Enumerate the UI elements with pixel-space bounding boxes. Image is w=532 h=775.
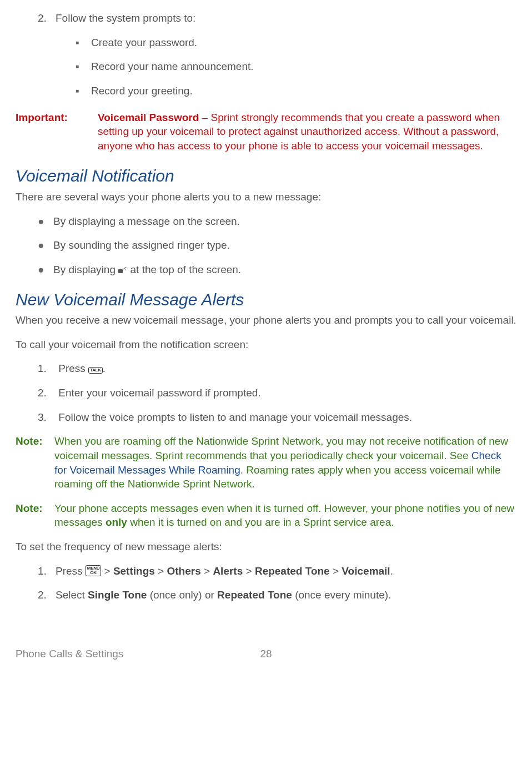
bullet-text: By sounding the assigned ringer type. — [53, 238, 230, 253]
opt-single-tone: Single Tone — [88, 589, 147, 601]
important-callout: Important: Voicemail Password – Sprint s… — [16, 110, 516, 153]
square-bullet-icon: ■ — [76, 84, 91, 98]
sub-item: ■ Create your password. — [76, 36, 516, 50]
section-heading-new-voicemail-alerts: New Voicemail Message Alerts — [16, 289, 516, 311]
gt: > — [330, 565, 342, 577]
path-others: Others — [167, 565, 200, 577]
bullet-item: ● By displaying at the top of the screen… — [38, 263, 516, 278]
gt: > — [201, 565, 213, 577]
list-body: Select Single Tone (once only) or Repeat… — [56, 588, 516, 602]
list-number: 3. — [38, 410, 56, 425]
step-text: Enter your voicemail password if prompte… — [58, 387, 260, 399]
section-heading-voicemail-notification: Voicemail Notification — [16, 165, 516, 188]
important-label: Important: — [16, 110, 98, 153]
sub-item: ■ Record your greeting. — [76, 84, 516, 98]
page-footer: Phone Calls & Settings 28 — [16, 647, 516, 661]
step-pre: Press — [58, 363, 88, 374]
note-callout: Note: Your phone accepts messages even w… — [16, 501, 516, 530]
list-item-3: 3. Follow the voice prompts to listen to… — [38, 410, 516, 425]
list-body: Enter your voicemail password if prompte… — [56, 386, 516, 400]
disc-bullet-icon: ● — [38, 238, 53, 253]
bullet-text-post: at the top of the screen. — [127, 264, 241, 275]
step-pre: Select — [56, 589, 88, 601]
path-alerts: Alerts — [213, 565, 243, 577]
step-end: . — [390, 565, 393, 577]
list-number: 1. — [38, 564, 56, 578]
sub-text: Create your password. — [91, 36, 197, 50]
step-mid2: (once every minute). — [292, 589, 391, 601]
bullet-text: By displaying at the top of the screen. — [53, 263, 241, 278]
bullet-text: By displaying a message on the screen. — [53, 214, 240, 229]
important-body: Voicemail Password – Sprint strongly rec… — [98, 110, 516, 153]
important-bold: Voicemail Password — [98, 112, 199, 123]
step-mid1: (once only) or — [147, 589, 217, 601]
lead-text: To set the frequency of new message aler… — [16, 540, 516, 554]
square-bullet-icon: ■ — [76, 36, 91, 50]
step-post: . — [103, 363, 106, 374]
footer-section-title: Phone Calls & Settings — [16, 648, 123, 660]
list-number: 1. — [38, 361, 56, 376]
list-item-1: 1. Press TALK. — [38, 361, 516, 376]
bullet-item: ● By displaying a message on the screen. — [38, 214, 516, 229]
gt: > — [101, 565, 113, 577]
note-body: When you are roaming off the Nationwide … — [54, 434, 516, 491]
list-item-2: 2. Follow the system prompts to: ■ Creat… — [38, 11, 516, 98]
note-body: Your phone accepts messages even when it… — [54, 501, 516, 530]
note-label: Note: — [16, 434, 54, 491]
list-body: Follow the voice prompts to listen to an… — [56, 410, 516, 425]
list-number: 2. — [38, 588, 56, 602]
step-text: Follow the voice prompts to listen to an… — [58, 411, 412, 423]
note-bold: only — [106, 516, 127, 528]
list-number: 2. — [38, 386, 56, 400]
note-callout: Note: When you are roaming off the Natio… — [16, 434, 516, 491]
square-bullet-icon: ■ — [76, 59, 91, 74]
step-pre: Press — [56, 565, 86, 577]
note-pre: When you are roaming off the Nationwide … — [54, 435, 508, 461]
list-item-1: 1. Press MENUOK > Settings > Others > Al… — [38, 564, 516, 578]
note-post: when it is turned on and you are in a Sp… — [127, 516, 394, 528]
sub-text: Record your name announcement. — [91, 59, 254, 74]
path-repeated-tone: Repeated Tone — [255, 565, 330, 577]
list-body: Follow the system prompts to: ■ Create y… — [56, 11, 516, 98]
list-body: Press TALK. — [56, 361, 516, 376]
gt: > — [243, 565, 255, 577]
sub-text: Record your greeting. — [91, 84, 193, 98]
path-voicemail: Voicemail — [342, 565, 390, 577]
svg-rect-0 — [118, 269, 123, 273]
disc-bullet-icon: ● — [38, 214, 53, 229]
list-item-2: 2. Enter your voicemail password if prom… — [38, 386, 516, 400]
page-number: 28 — [260, 647, 272, 661]
note-label: Note: — [16, 501, 54, 530]
gt: > — [155, 565, 167, 577]
list-text: Follow the system prompts to: — [56, 12, 195, 24]
list-body: Press MENUOK > Settings > Others > Alert… — [56, 564, 516, 578]
bullet-item: ● By sounding the assigned ringer type. — [38, 238, 516, 253]
path-settings: Settings — [113, 565, 155, 577]
menu-ok-key-icon: MENUOK — [86, 565, 101, 576]
section-intro: There are several ways your phone alerts… — [16, 190, 516, 204]
sub-item: ■ Record your name announcement. — [76, 59, 516, 74]
section-intro: When you receive a new voicemail message… — [16, 313, 516, 328]
list-item-2: 2. Select Single Tone (once only) or Rep… — [38, 588, 516, 602]
disc-bullet-icon: ● — [38, 263, 53, 278]
voicemail-icon — [118, 263, 127, 278]
list-number: 2. — [38, 11, 56, 98]
opt-repeated-tone: Repeated Tone — [217, 589, 292, 601]
bullet-text-pre: By displaying — [53, 264, 118, 275]
talk-key-icon: TALK — [88, 367, 103, 374]
lead-text: To call your voicemail from the notifica… — [16, 338, 516, 352]
